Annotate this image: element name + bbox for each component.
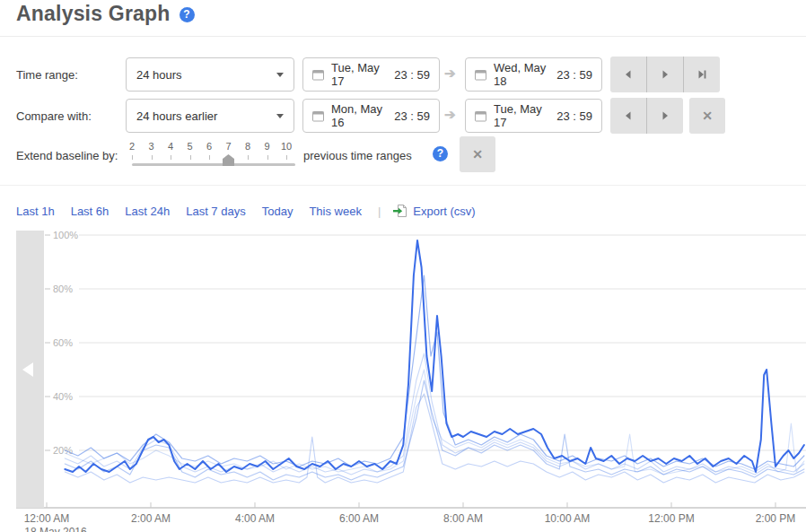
x-axis-label: 12:00 PM xyxy=(648,512,694,525)
close-icon: ✕ xyxy=(702,109,713,123)
x-axis-label: 4:00 AM xyxy=(235,512,275,525)
links-separator: | xyxy=(378,205,381,218)
slider-scale-label: 10 xyxy=(281,141,292,152)
compare-start-time-value: 23 : 59 xyxy=(394,109,430,123)
compare-end-date-value: Tue, May 17 xyxy=(494,102,556,129)
slider-scale-label: 5 xyxy=(187,141,192,152)
slider-scale-label: 4 xyxy=(168,141,173,152)
baseline-series-line xyxy=(65,353,804,475)
next-icon xyxy=(660,69,670,80)
quick-link-last-1h[interactable]: Last 1h xyxy=(16,205,55,218)
calendar-icon xyxy=(475,110,486,122)
start-time-value: 23 : 59 xyxy=(394,68,430,82)
y-axis-label: 40% xyxy=(53,391,73,402)
close-icon: ✕ xyxy=(472,147,483,161)
calendar-icon xyxy=(312,110,324,122)
compare-start-field[interactable]: Mon, May 16 23 : 59 xyxy=(302,99,440,133)
slider-scale-label: 3 xyxy=(148,141,153,152)
section-divider xyxy=(0,185,806,186)
slider-tick xyxy=(171,155,171,160)
x-axis-label: 6:00 AM xyxy=(339,512,379,525)
latest-range-button[interactable] xyxy=(683,57,720,92)
quick-links-row: Last 1h Last 6h Last 24h Last 7 days Tod… xyxy=(16,204,476,218)
slider-scale-label: 6 xyxy=(206,141,212,152)
header-divider xyxy=(0,36,806,37)
prev-icon xyxy=(623,69,634,80)
quick-link-last-24h[interactable]: Last 24h xyxy=(125,205,170,218)
chart-collapse-bar[interactable] xyxy=(16,231,44,508)
time-range-start-field[interactable]: Tue, May 17 23 : 59 xyxy=(302,57,440,92)
slider-tick xyxy=(209,155,210,160)
time-range-select[interactable]: 24 hours xyxy=(126,57,294,92)
help-icon[interactable]: ? xyxy=(433,146,448,161)
remove-baseline-button[interactable]: ✕ xyxy=(460,136,495,172)
slider-tick xyxy=(248,155,249,160)
x-axis-label: 12:00 AM xyxy=(24,512,70,525)
arrow-right-icon: ➔ xyxy=(444,65,456,82)
slider-tick xyxy=(286,155,287,160)
skip-to-end-icon xyxy=(696,69,707,80)
y-axis-label: 80% xyxy=(53,283,73,294)
quick-link-this-week[interactable]: This week xyxy=(309,205,362,218)
slider-track[interactable] xyxy=(132,163,295,166)
slider-tick xyxy=(132,155,133,160)
calendar-icon xyxy=(312,69,324,81)
end-time-value: 23 : 59 xyxy=(556,68,592,82)
export-csv-icon xyxy=(393,204,407,218)
export-csv-link[interactable]: Export (csv) xyxy=(393,204,475,218)
chevron-down-icon xyxy=(276,73,284,77)
compare-nav-group xyxy=(610,98,683,134)
time-range-end-field[interactable]: Wed, May 18 23 : 59 xyxy=(465,57,602,92)
calendar-icon xyxy=(475,69,486,81)
compare-prev-button[interactable] xyxy=(610,98,646,134)
analysis-chart[interactable]: 100%80%60%40%20%12:00 AM2:00 AM4:00 AM6:… xyxy=(0,224,806,532)
quick-link-last-7-days[interactable]: Last 7 days xyxy=(186,205,246,218)
analysis-graph-panel: Analysis Graph? Time range: 24 hours Tue… xyxy=(0,0,806,532)
start-date-value: Tue, May 17 xyxy=(331,61,394,88)
compare-next-button[interactable] xyxy=(646,98,683,134)
page-title: Analysis Graph? xyxy=(16,2,195,26)
compare-start-date-value: Mon, May 16 xyxy=(331,102,394,129)
x-axis-date-label: 18 May 2016 xyxy=(24,526,87,532)
chevron-down-icon xyxy=(276,114,284,118)
page-title-text: Analysis Graph xyxy=(16,2,171,25)
compare-with-select[interactable]: 24 hours earlier xyxy=(126,99,294,133)
quick-link-last-6h[interactable]: Last 6h xyxy=(71,205,110,218)
prev-range-button[interactable] xyxy=(610,57,646,92)
collapse-left-icon xyxy=(22,362,33,377)
time-range-select-value: 24 hours xyxy=(136,68,182,82)
slider-scale-label: 8 xyxy=(245,141,250,152)
quick-link-today[interactable]: Today xyxy=(262,205,293,218)
next-icon xyxy=(660,110,670,121)
remove-compare-button[interactable]: ✕ xyxy=(689,98,725,134)
extend-baseline-slider[interactable]: 2 3 4 5 6 7 8 9 10 xyxy=(132,141,295,170)
slider-scale-label: 9 xyxy=(264,141,269,152)
slider-scale-label: 2 xyxy=(129,141,135,152)
export-csv-label: Export (csv) xyxy=(413,205,475,218)
compare-end-field[interactable]: Tue, May 17 23 : 59 xyxy=(465,99,602,133)
y-axis-label: 100% xyxy=(53,230,78,240)
prev-icon xyxy=(623,110,634,121)
x-axis-label: 10:00 AM xyxy=(545,512,591,525)
slider-scale-label: 7 xyxy=(225,141,231,152)
time-range-label: Time range: xyxy=(16,68,78,82)
help-icon[interactable]: ? xyxy=(180,7,195,22)
baseline-series-line xyxy=(65,394,804,483)
x-axis-label: 2:00 AM xyxy=(131,512,171,525)
compare-end-time-value: 23 : 59 xyxy=(556,109,592,123)
arrow-right-icon: ➔ xyxy=(444,107,456,123)
baseline-series-line xyxy=(65,275,804,469)
y-axis-label: 20% xyxy=(53,445,73,456)
slider-thumb[interactable] xyxy=(223,154,234,166)
main-series-line xyxy=(65,240,804,472)
next-range-button[interactable] xyxy=(646,57,683,92)
slider-tick xyxy=(267,155,268,160)
slider-tick xyxy=(152,155,153,160)
y-axis-label: 60% xyxy=(53,337,73,348)
compare-with-select-value: 24 hours earlier xyxy=(136,109,217,123)
slider-tick xyxy=(190,155,191,160)
end-date-value: Wed, May 18 xyxy=(494,61,556,88)
extend-baseline-suffix: previous time ranges xyxy=(303,149,412,162)
x-axis-label: 2:00 PM xyxy=(756,512,796,525)
compare-with-label: Compare with: xyxy=(16,109,92,123)
